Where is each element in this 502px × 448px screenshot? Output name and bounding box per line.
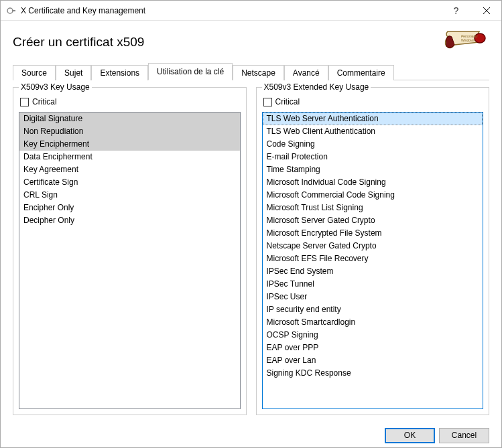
key-usage-group-label: X509v3 Key Usage	[19, 82, 92, 92]
help-button[interactable]: ?	[441, 1, 471, 21]
list-item[interactable]: Netscape Server Gated Crypto	[263, 240, 483, 252]
ext-key-usage-group-label: X509v3 Extended Key Usage	[262, 82, 371, 92]
scroll-logo-icon: Personality Windows	[442, 30, 489, 54]
page-title: Créer un certificat x509	[13, 35, 144, 50]
tab-avancé[interactable]: Avancé	[284, 65, 328, 80]
list-item[interactable]: Key Agreement	[19, 163, 240, 176]
ext-key-usage-critical-checkbox[interactable]	[263, 98, 272, 106]
list-item[interactable]: IPSec End System	[263, 265, 483, 278]
header-row: Créer un certificat x509 Personality Win…	[13, 30, 489, 54]
ext-key-usage-group: X509v3 Extended Key Usage Critical TLS W…	[256, 87, 490, 415]
list-item[interactable]: TLS Web Client Authentication	[263, 125, 483, 138]
content: Créer un certificat x509 Personality Win…	[1, 21, 501, 422]
list-item[interactable]: CRL Sign	[19, 189, 240, 202]
cancel-button[interactable]: Cancel	[439, 428, 489, 443]
key-usage-group: X509v3 Key Usage Critical Digital Signat…	[13, 87, 247, 415]
titlebar-controls: ?	[441, 1, 501, 21]
list-item[interactable]: EAP over PPP	[263, 342, 483, 354]
list-item[interactable]: Microsoft EFS File Recovery	[263, 252, 483, 265]
list-item[interactable]: OCSP Signing	[263, 329, 483, 342]
svg-text:Windows: Windows	[461, 38, 475, 42]
tab-extensions[interactable]: Extensions	[91, 65, 148, 80]
button-bar: OK Cancel	[1, 422, 501, 448]
tab-strip: SourceSujetExtensionsUtilisation de la c…	[13, 63, 489, 80]
list-item[interactable]: Time Stamping	[263, 163, 483, 176]
tab-commentaire[interactable]: Commentaire	[328, 65, 394, 80]
list-item[interactable]: Microsoft Trust List Signing	[263, 202, 483, 214]
list-item[interactable]: Microsoft Individual Code Signing	[263, 176, 483, 189]
ext-key-usage-critical-label: Critical	[275, 97, 300, 106]
key-usage-critical-row: Critical	[20, 97, 241, 106]
panels-row: X509v3 Key Usage Critical Digital Signat…	[13, 87, 489, 415]
list-item[interactable]: IPSec Tunnel	[263, 278, 483, 291]
list-item[interactable]: EAP over Lan	[263, 354, 483, 367]
list-item[interactable]: Code Signing	[263, 138, 483, 151]
tab-netscape[interactable]: Netscape	[233, 65, 284, 80]
list-item[interactable]: IPSec User	[263, 291, 483, 303]
svg-rect-1	[12, 10, 15, 11]
list-item[interactable]: Non Repudiation	[19, 125, 240, 138]
ext-key-usage-critical-row: Critical	[263, 97, 484, 106]
key-usage-critical-checkbox[interactable]	[20, 98, 29, 106]
ok-button[interactable]: OK	[385, 428, 435, 443]
key-usage-critical-label: Critical	[32, 97, 57, 106]
list-item[interactable]: Digital Signature	[19, 113, 240, 125]
svg-point-0	[7, 8, 13, 13]
list-item[interactable]: IP security end entity	[263, 303, 483, 316]
tab-utilisation-de-la-clé[interactable]: Utilisation de la clé	[148, 63, 233, 80]
close-button[interactable]	[471, 1, 501, 21]
list-item[interactable]: Microsoft Commercial Code Signing	[263, 189, 483, 202]
list-item[interactable]: Encipher Only	[19, 202, 240, 214]
list-item[interactable]: Microsoft Encrypted File System	[263, 227, 483, 240]
list-item[interactable]: Microsoft Smartcardlogin	[263, 316, 483, 329]
list-item[interactable]: Certificate Sign	[19, 176, 240, 189]
list-item[interactable]: TLS Web Server Authentication	[263, 113, 483, 125]
list-item[interactable]: Data Encipherment	[19, 151, 240, 163]
tab-source[interactable]: Source	[13, 65, 56, 80]
app-icon	[6, 5, 17, 16]
list-item[interactable]: E-mail Protection	[263, 151, 483, 163]
tab-sujet[interactable]: Sujet	[56, 65, 91, 80]
titlebar: X Certificate and Key management ?	[1, 1, 501, 21]
list-item[interactable]: Microsoft Server Gated Crypto	[263, 214, 483, 227]
list-item[interactable]: Key Encipherment	[19, 138, 240, 151]
key-usage-listbox[interactable]: Digital SignatureNon RepudiationKey Enci…	[19, 112, 241, 409]
list-item[interactable]: Signing KDC Response	[263, 367, 483, 380]
ext-key-usage-listbox[interactable]: TLS Web Server AuthenticationTLS Web Cli…	[262, 112, 484, 409]
window-title: X Certificate and Key management	[21, 6, 441, 15]
list-item[interactable]: Decipher Only	[19, 214, 240, 227]
